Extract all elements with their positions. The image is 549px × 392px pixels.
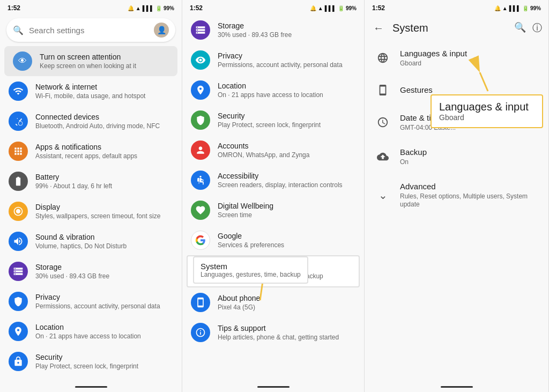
settings-item-location[interactable]: Location On · 21 apps have access to loc… (0, 316, 182, 346)
p2-about-subtitle: Pixel 4a (5G) (218, 304, 355, 312)
p2-privacy[interactable]: Privacy Permissions, account activity, p… (182, 45, 364, 75)
display-title: Display (35, 202, 173, 212)
settings-list-1: 👁 Turn on screen attention Keep screen o… (0, 46, 182, 382)
location-title: Location (35, 322, 173, 332)
toolbar-3: ← System 🔍 ⓘ (365, 15, 548, 41)
p2-tips-title: Tips & support (218, 323, 355, 333)
network-title: Network & internet (35, 82, 173, 92)
system-callout-subtitle: Languages, gestures, time, backup (201, 271, 301, 278)
languages-subtitle: Gboard (400, 60, 467, 68)
time-1: 1:52 (8, 4, 20, 12)
connected-icon (9, 112, 28, 131)
panel-2: 1:52 🔔 ▲ ▌▌▌ 🔋 99% Storage 30% used · 89… (182, 0, 365, 392)
panel-3: 1:52 🔔 ▲ ▌▌▌ 🔋 99% ← System 🔍 ⓘ Language… (365, 0, 549, 392)
globe-icon (373, 52, 392, 64)
gestures-title: Gestures (400, 85, 433, 95)
toolbar-actions: 🔍 ⓘ (514, 21, 542, 34)
settings-item-screen-attention[interactable]: 👁 Turn on screen attention Keep screen o… (4, 46, 177, 76)
screen-attention-subtitle: Keep screen on when looking at it (40, 62, 169, 71)
screen-attention-title: Turn on screen attention (40, 52, 169, 62)
lang-callout-subtitle: Gboard (439, 113, 535, 122)
lang-item-wrapper: Languages & input Gboard Languages & inp… (365, 41, 548, 75)
p2-storage-subtitle: 30% used · 89.43 GB free (218, 31, 355, 40)
p2-security-title: Security (218, 111, 355, 121)
sound-subtitle: Volume, haptics, Do Not Disturb (35, 242, 173, 251)
p2-storage[interactable]: Storage 30% used · 89.43 GB free (182, 15, 364, 45)
system-advanced[interactable]: ⌄ Advanced Rules, Reset options, Multipl… (365, 174, 548, 217)
settings-item-display[interactable]: Display Styles, wallpapers, screen timeo… (0, 196, 182, 226)
p2-accounts-title: Accounts (218, 141, 355, 151)
p2-digital-wellbeing[interactable]: Digital Wellbeing Screen time (182, 195, 364, 225)
search-icon: 🔍 (13, 25, 24, 35)
system-backup[interactable]: Backup On (365, 139, 548, 174)
system-callout: System Languages, gestures, time, backup (193, 256, 308, 284)
alert-icon: 🔔 (128, 5, 134, 11)
wifi-icon-2: ▲ (318, 5, 323, 11)
languages-title: Languages & input (400, 48, 467, 59)
p2-location[interactable]: Location On · 21 apps have access to loc… (182, 75, 364, 105)
settings-item-privacy[interactable]: Privacy Permissions, account activity, p… (0, 286, 182, 316)
connected-subtitle: Bluetooth, Android Auto, driving mode, N… (35, 122, 173, 131)
bottom-indicator-2 (182, 382, 364, 392)
svg-point-0 (199, 176, 201, 177)
battery-pct-2: 99% (346, 5, 357, 11)
p2-google-title: Google (218, 231, 355, 241)
display-icon (9, 202, 28, 221)
p2-about[interactable]: About phone Pixel 4a (5G) (182, 287, 364, 317)
settings-item-connected[interactable]: Connected devices Bluetooth, Android Aut… (0, 106, 182, 136)
p2-privacy-subtitle: Permissions, account activity, personal … (218, 61, 355, 70)
search-toolbar-icon[interactable]: 🔍 (514, 21, 526, 34)
location-subtitle: On · 21 apps have access to location (35, 332, 173, 341)
p2-google[interactable]: Google Services & preferences (182, 225, 364, 255)
p2-accounts[interactable]: Accounts OMRON, WhatsApp, and Zynga (182, 135, 364, 165)
battery-icon-2: 🔋 (338, 5, 344, 11)
backup-subtitle: On (400, 158, 427, 167)
gesture-icon (373, 84, 392, 96)
signal-icon-3: ▌▌▌ (509, 5, 521, 11)
sound-icon (9, 232, 28, 251)
p2-google-subtitle: Services & preferences (218, 241, 355, 250)
time-3: 1:52 (372, 4, 385, 12)
signal-icon-2: ▌▌▌ (325, 5, 336, 11)
p2-accessibility-subtitle: Screen readers, display, interaction con… (218, 181, 355, 190)
settings-item-storage[interactable]: Storage 30% used · 89.43 GB free (0, 256, 182, 286)
back-button[interactable]: ← (371, 20, 386, 36)
system-languages[interactable]: Languages & input Gboard (365, 41, 548, 75)
settings-item-battery[interactable]: Battery 99% · About 1 day, 6 hr left (0, 166, 182, 196)
search-input[interactable] (29, 26, 154, 35)
advanced-title: Advanced (400, 181, 540, 192)
search-bar[interactable]: 🔍 👤 (6, 18, 175, 42)
alert-icon-2: 🔔 (310, 5, 316, 11)
p2-digital-subtitle: Screen time (218, 211, 355, 220)
apps-subtitle: Assistant, recent apps, default apps (35, 152, 173, 161)
system-callout-title: System (201, 262, 301, 271)
advanced-subtitle: Rules, Reset options, Multiple users, Sy… (400, 193, 540, 209)
page-title-3: System (392, 22, 514, 34)
p2-location-subtitle: On · 21 apps have access to location (218, 91, 355, 100)
avatar: 👤 (154, 23, 169, 38)
settings-item-security[interactable]: Security Play Protect, screen lock, fing… (0, 346, 182, 376)
battery-pct-1: 99% (164, 5, 174, 11)
settings-item-apps[interactable]: Apps & notifications Assistant, recent a… (0, 136, 182, 166)
lang-callout-title: Languages & input (439, 101, 535, 113)
battery-title: Battery (35, 172, 173, 182)
p2-accounts-subtitle: OMRON, WhatsApp, and Zynga (218, 151, 355, 160)
status-icons-1: 🔔 ▲ ▌▌▌ 🔋 99% (128, 5, 174, 11)
network-icon (9, 82, 28, 101)
settings-item-network[interactable]: Network & internet Wi-Fi, mobile, data u… (0, 76, 182, 106)
help-toolbar-icon[interactable]: ⓘ (532, 21, 542, 34)
location-icon (9, 322, 28, 341)
apps-title: Apps & notifications (35, 142, 173, 152)
bottom-indicator-1 (0, 382, 182, 392)
settings-list-2: Storage 30% used · 89.43 GB free Privacy… (182, 15, 364, 382)
p2-security[interactable]: Security Play Protect, screen lock, fing… (182, 105, 364, 135)
display-subtitle: Styles, wallpapers, screen timeout, font… (35, 212, 173, 221)
p2-accessibility[interactable]: Accessibility Screen readers, display, i… (182, 165, 364, 195)
security-icon (9, 352, 28, 371)
p2-tips-subtitle: Help articles, phone & chat, getting sta… (218, 334, 355, 342)
time-2: 1:52 (190, 4, 203, 12)
p2-tips[interactable]: Tips & support Help articles, phone & ch… (182, 317, 364, 347)
cloud-upload-icon (373, 151, 392, 162)
signal-icon: ▌▌▌ (143, 5, 154, 11)
settings-item-sound[interactable]: Sound & vibration Volume, haptics, Do No… (0, 226, 182, 256)
